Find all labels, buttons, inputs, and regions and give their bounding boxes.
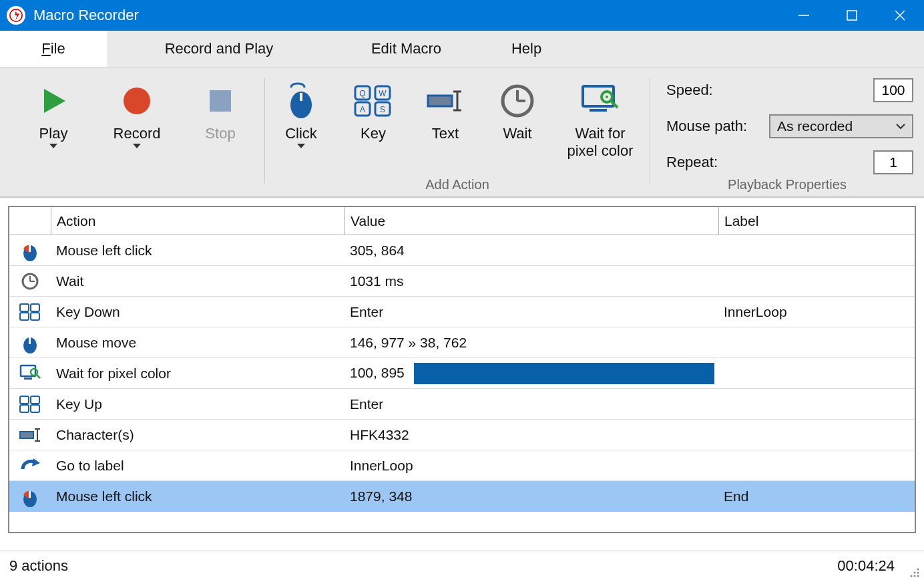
close-button[interactable] bbox=[876, 0, 924, 31]
resize-grip-icon[interactable] bbox=[909, 567, 920, 577]
svg-marker-6 bbox=[49, 144, 57, 148]
chevron-down-icon bbox=[133, 144, 141, 149]
svg-rect-45 bbox=[24, 378, 32, 380]
add-wait-button[interactable]: Wait bbox=[481, 74, 553, 177]
svg-text:Q: Q bbox=[359, 89, 365, 98]
menu-edit-macro[interactable]: Edit Macro bbox=[331, 31, 481, 67]
cell-value: 1031 ms bbox=[344, 273, 718, 289]
cell-value: InnerLoop bbox=[344, 458, 718, 474]
svg-marker-12 bbox=[297, 144, 305, 148]
svg-rect-52 bbox=[20, 432, 33, 438]
svg-point-61 bbox=[917, 572, 919, 574]
menu-file[interactable]: File bbox=[0, 31, 107, 67]
table-row[interactable]: Wait1031 ms bbox=[9, 266, 915, 297]
pixel-icon bbox=[9, 364, 51, 383]
cell-value: HFK4332 bbox=[344, 427, 718, 443]
cell-action: Mouse move bbox=[51, 335, 344, 351]
svg-point-46 bbox=[31, 369, 37, 376]
cell-action: Mouse left click bbox=[51, 243, 344, 259]
svg-rect-9 bbox=[210, 90, 231, 112]
svg-point-31 bbox=[606, 96, 608, 98]
title-bar: Macro Recorder bbox=[0, 0, 924, 31]
mouse-path-label: Mouse path: bbox=[666, 118, 747, 135]
mouse-icon bbox=[286, 78, 316, 124]
table-row[interactable]: Wait for pixel color100, 895 bbox=[9, 358, 915, 389]
svg-rect-11 bbox=[300, 93, 302, 101]
svg-rect-51 bbox=[31, 405, 39, 412]
add-wait-pixel-button[interactable]: Wait for pixel color bbox=[553, 74, 647, 177]
status-action-count: 9 actions bbox=[9, 557, 68, 575]
play-icon bbox=[37, 78, 69, 124]
text-icon bbox=[425, 78, 465, 124]
cell-label: InnerLoop bbox=[718, 304, 915, 320]
header-value[interactable]: Value bbox=[344, 207, 718, 235]
svg-point-7 bbox=[124, 88, 150, 114]
record-icon bbox=[121, 78, 153, 124]
cell-action: Key Down bbox=[51, 304, 344, 320]
ribbon-group-playback: Playback Properties bbox=[650, 177, 924, 196]
cell-action: Mouse left click bbox=[51, 488, 344, 504]
repeat-label: Repeat: bbox=[666, 154, 718, 171]
cell-action: Character(s) bbox=[51, 427, 344, 443]
keyboard-keys-icon: Q W A S bbox=[354, 78, 393, 124]
chevron-down-icon bbox=[896, 124, 905, 130]
header-label[interactable]: Label bbox=[718, 207, 915, 235]
table-row[interactable]: Mouse left click1879, 348End bbox=[9, 481, 915, 512]
speed-input[interactable] bbox=[873, 78, 913, 102]
table-row[interactable]: Mouse move146, 977 » 38, 762 bbox=[9, 327, 915, 358]
record-button[interactable]: Record bbox=[93, 74, 180, 177]
table-row[interactable]: Character(s)HFK4332 bbox=[9, 420, 915, 450]
maximize-button[interactable] bbox=[828, 0, 876, 31]
svg-rect-43 bbox=[29, 337, 31, 344]
status-bar: 9 actions 00:04:24 bbox=[0, 551, 924, 580]
cell-value: 1879, 348 bbox=[344, 488, 718, 504]
cell-action: Wait for pixel color bbox=[51, 366, 344, 382]
svg-rect-48 bbox=[20, 396, 29, 404]
add-text-button[interactable]: Text bbox=[409, 74, 481, 177]
cell-label: End bbox=[718, 488, 915, 504]
svg-rect-49 bbox=[31, 396, 39, 404]
table-row[interactable]: Mouse left click305, 864 bbox=[9, 235, 915, 266]
header-action[interactable]: Action bbox=[51, 207, 344, 235]
svg-text:A: A bbox=[360, 105, 365, 114]
cell-value: 305, 864 bbox=[344, 243, 718, 259]
keys-icon bbox=[9, 396, 51, 413]
svg-point-64 bbox=[917, 575, 919, 577]
add-click-button[interactable]: Click bbox=[265, 74, 337, 177]
goto-icon bbox=[9, 458, 51, 473]
repeat-input[interactable] bbox=[873, 150, 913, 174]
mouse-path-select[interactable]: As recorded bbox=[769, 114, 913, 138]
menu-record-play[interactable]: Record and Play bbox=[107, 31, 331, 67]
svg-rect-38 bbox=[20, 304, 29, 311]
svg-rect-2 bbox=[847, 11, 857, 20]
table-row[interactable]: Go to labelInnerLoop bbox=[9, 450, 915, 481]
status-time: 00:04:24 bbox=[837, 557, 895, 575]
ribbon-group-add-action: Add Action bbox=[265, 177, 650, 196]
play-button[interactable]: Play bbox=[13, 74, 93, 177]
chevron-down-icon bbox=[49, 144, 57, 149]
table-row[interactable]: Key DownEnterInnerLoop bbox=[9, 297, 915, 327]
svg-point-60 bbox=[914, 572, 916, 574]
svg-marker-8 bbox=[133, 144, 141, 148]
speed-label: Speed: bbox=[666, 82, 713, 99]
cell-value: Enter bbox=[344, 304, 718, 320]
keys-icon bbox=[9, 303, 51, 321]
menu-help[interactable]: Help bbox=[481, 31, 571, 67]
clock-icon bbox=[9, 272, 51, 291]
svg-point-63 bbox=[914, 575, 916, 577]
svg-point-62 bbox=[911, 575, 913, 577]
text-icon bbox=[9, 428, 51, 442]
chevron-down-icon bbox=[297, 144, 305, 149]
window-title: Macro Recorder bbox=[33, 7, 139, 24]
cell-action: Wait bbox=[51, 273, 344, 289]
mouse-blue-icon bbox=[9, 332, 51, 353]
cell-value: Enter bbox=[344, 396, 718, 412]
menu-file-rest: ile bbox=[51, 40, 65, 57]
svg-rect-50 bbox=[20, 405, 29, 412]
minimize-button[interactable] bbox=[780, 0, 828, 31]
cell-value: 146, 977 » 38, 762 bbox=[344, 335, 718, 351]
cell-action: Key Up bbox=[51, 396, 344, 412]
stop-button[interactable]: Stop bbox=[180, 74, 260, 177]
add-key-button[interactable]: Q W A S Key bbox=[337, 74, 409, 177]
table-row[interactable]: Key UpEnter bbox=[9, 389, 915, 420]
